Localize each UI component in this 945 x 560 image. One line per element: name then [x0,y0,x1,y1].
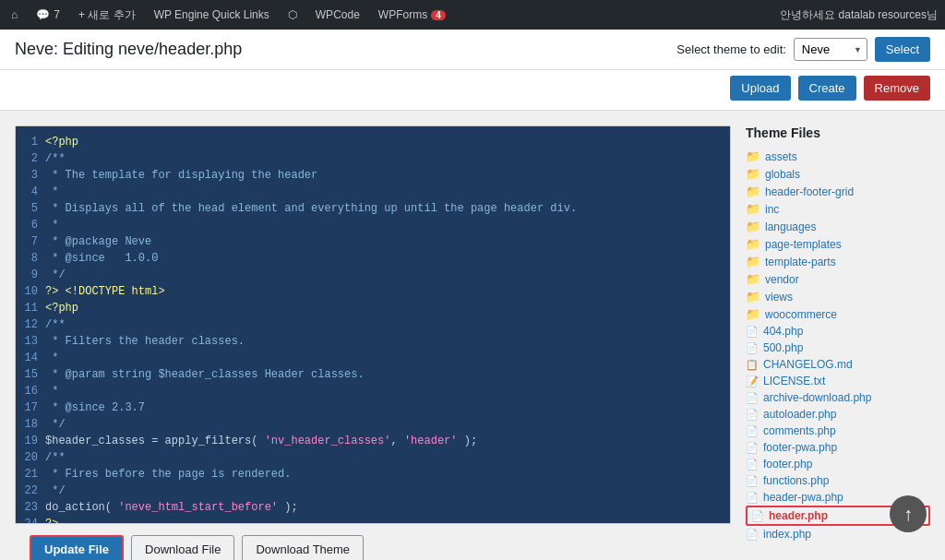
php-icon: 📄 [751,510,764,522]
folder-icon: 📁 [746,307,760,321]
file-item[interactable]: 📄500.php [746,340,930,356]
folder-item[interactable]: 📁header-footer-grid [746,183,930,200]
code-editor[interactable]: 1234567891011121314151617181920212223242… [16,126,730,523]
theme-selector-label: Select theme to edit: [676,42,786,56]
folder-icon: 📁 [746,255,760,268]
php-icon: 📄 [746,492,759,504]
select-button[interactable]: Select [875,37,930,62]
folder-item[interactable]: 📁assets [746,148,930,165]
admin-logo[interactable]: ⬡ [284,0,301,30]
file-item[interactable]: 📄footer.php [746,456,930,472]
folder-icon: 📁 [746,185,760,198]
folder-item[interactable]: 📁views [746,288,930,305]
folder-icon: 📁 [746,272,760,286]
admin-bar: ⌂ 💬 7 + 새로 추가 WP Engine Quick Links ⬡ WP… [0,0,945,30]
admin-home[interactable]: ⌂ [7,0,21,30]
file-item[interactable]: 📄404.php [746,323,930,340]
content-area: 1234567891011121314151617181920212223242… [0,111,945,560]
folder-icon: 📁 [746,167,760,181]
folder-item[interactable]: 📁inc [746,200,930,218]
php-icon: 📄 [746,442,759,454]
file-item[interactable]: 📋CHANGELOG.md [746,356,930,373]
php-icon: 📄 [746,326,759,338]
theme-selector-area: Select theme to edit: Neve Select [676,37,930,62]
top-bar: Neve: Editing neve/header.php Select the… [0,30,945,70]
page-title: Neve: Editing neve/header.php [15,40,242,59]
remove-button[interactable]: Remove [864,76,930,101]
folder-item[interactable]: 📁woocommerce [746,305,930,323]
folder-icon: 📁 [746,237,760,251]
action-bar: Upload Create Remove [0,70,945,111]
editor-buttons: Update File Download File Download Theme [15,524,731,560]
admin-new[interactable]: + 새로 추가 [75,0,139,30]
theme-select-wrap: Neve [794,38,867,61]
file-item[interactable]: 📝LICENSE.txt [746,373,930,389]
php-icon: 📄 [746,475,759,487]
php-icon: 📄 [746,459,759,471]
sidebar-title: Theme Files [746,125,930,140]
editor-wrap: 1234567891011121314151617181920212223242… [15,125,731,524]
txt-icon: 📝 [746,375,759,387]
download-theme-button[interactable]: Download Theme [242,535,364,560]
admin-wpengine[interactable]: WP Engine Quick Links [150,0,273,30]
php-icon: 📄 [746,409,759,421]
file-item[interactable]: 📄functions.php [746,472,930,489]
code-content[interactable]: <?php/** * The template for displaying t… [42,126,730,523]
php-icon: 📄 [746,529,759,541]
folder-item[interactable]: 📁page-templates [746,235,930,253]
page-wrap: Neve: Editing neve/header.php Select the… [0,30,945,560]
file-item[interactable]: 📄footer-pwa.php [746,439,930,456]
update-file-button[interactable]: Update File [30,535,124,560]
admin-wpcode[interactable]: WPCode [312,0,364,30]
folder-list: 📁assets📁globals📁header-footer-grid📁inc📁l… [746,148,930,323]
scroll-up-button[interactable]: ↑ [890,495,927,532]
php-icon: 📄 [746,392,759,404]
folder-item[interactable]: 📁vendor [746,270,930,288]
folder-icon: 📁 [746,149,760,163]
folder-item[interactable]: 📁template-parts [746,253,930,270]
folder-item[interactable]: 📁globals [746,165,930,183]
sidebar: Theme Files 📁assets📁globals📁header-foote… [746,125,930,560]
md-icon: 📋 [746,359,759,371]
admin-wpforms[interactable]: WPForms 4 [375,0,449,30]
php-icon: 📄 [746,342,759,354]
folder-item[interactable]: 📁languages [746,218,930,235]
folder-icon: 📁 [746,290,760,304]
folder-icon: 📁 [746,202,760,216]
folder-icon: 📁 [746,220,760,233]
file-item[interactable]: 📄autoloader.php [746,406,930,423]
theme-select[interactable]: Neve [794,38,867,61]
admin-user: 안녕하세요 datalab resources님 [780,7,938,23]
wpforms-badge: 4 [431,10,446,20]
php-icon: 📄 [746,425,759,437]
admin-comments[interactable]: 💬 7 [32,0,64,30]
download-file-button[interactable]: Download File [131,535,234,560]
create-button[interactable]: Create [798,76,856,101]
file-item[interactable]: 📄archive-download.php [746,389,930,406]
editor-column: 1234567891011121314151617181920212223242… [15,125,731,560]
line-numbers: 1234567891011121314151617181920212223242… [16,126,42,523]
upload-button[interactable]: Upload [730,76,790,101]
file-item[interactable]: 📄comments.php [746,423,930,439]
